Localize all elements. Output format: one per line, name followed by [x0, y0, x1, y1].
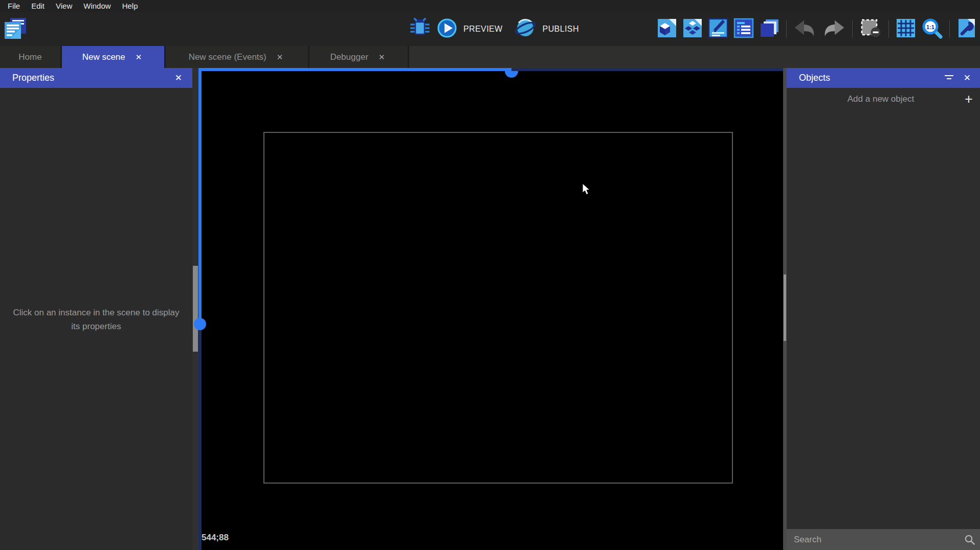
cursor-coordinates: 544;88 — [202, 533, 229, 543]
undo-button[interactable] — [793, 18, 817, 40]
open-instances-list-button[interactable] — [733, 18, 754, 40]
open-layers-button[interactable] — [759, 18, 779, 40]
filter-icon[interactable] — [944, 75, 953, 81]
redo-button[interactable] — [822, 18, 845, 40]
tab-bar-empty-space — [409, 46, 980, 68]
toolbar-right-group: 1:1 — [657, 12, 977, 46]
debug-bug-icon — [409, 17, 431, 41]
menu-file[interactable]: File — [2, 0, 26, 12]
project-manager-icon — [4, 17, 28, 42]
debug-button[interactable] — [409, 17, 431, 41]
tab-home[interactable]: Home — [0, 46, 62, 68]
publish-button[interactable] — [514, 17, 537, 41]
toolbar-separator — [852, 20, 853, 38]
deselect-all-button[interactable] — [859, 18, 882, 40]
objects-panel-title: Objects — [799, 73, 830, 83]
toolbar-separator — [949, 20, 950, 38]
menu-edit[interactable]: Edit — [26, 0, 50, 12]
tab-new-scene-close-icon[interactable]: ✕ — [133, 52, 144, 62]
open-properties-button[interactable] — [708, 18, 728, 40]
properties-scrollbar-thumb[interactable] — [193, 266, 198, 352]
tab-bar: Home New scene ✕ New scene (Events) ✕ De… — [0, 46, 980, 68]
objects-panel — [787, 68, 980, 550]
svg-text:1:1: 1:1 — [926, 24, 934, 30]
selection-handle-left[interactable] — [194, 318, 206, 330]
publish-globe-icon — [514, 17, 537, 41]
grid-icon — [896, 18, 916, 40]
toolbar: PREVIEW PUBLISH — [0, 12, 980, 46]
tab-new-scene-events-label: New scene (Events) — [189, 52, 266, 62]
selection-top-edge-shadow — [511, 68, 783, 71]
tab-new-scene-label: New scene — [82, 52, 125, 62]
publish-label[interactable]: PUBLISH — [543, 25, 579, 34]
tab-new-scene[interactable]: New scene ✕ — [62, 46, 166, 68]
toggle-grid-button[interactable] — [896, 18, 916, 40]
preview-label[interactable]: PREVIEW — [463, 25, 503, 34]
deselect-icon — [859, 18, 882, 40]
preview-button[interactable] — [437, 18, 457, 40]
objects-search-input[interactable] — [787, 534, 960, 545]
objects-search-bar — [787, 529, 980, 550]
canvas-scrollbar-thumb[interactable] — [784, 274, 786, 341]
properties-empty-message: Click on an instance in the scene to dis… — [9, 306, 183, 333]
properties-panel-title: Properties — [12, 73, 54, 83]
properties-close-icon[interactable]: ✕ — [171, 71, 186, 85]
tab-debugger[interactable]: Debugger ✕ — [309, 46, 409, 68]
objects-panel-header: Objects ✕ — [787, 68, 980, 88]
mouse-cursor-icon — [582, 183, 591, 198]
add-object-row[interactable]: Add a new object + — [787, 88, 980, 110]
menu-window[interactable]: Window — [78, 0, 116, 12]
menu-help[interactable]: Help — [117, 0, 144, 12]
redo-arrow-icon — [822, 18, 845, 40]
toolbar-center-group: PREVIEW PUBLISH — [409, 12, 584, 46]
zoom-original-button[interactable]: 1:1 — [921, 17, 943, 41]
gdevelop-window: File Edit View Window Help — [0, 0, 980, 550]
objects-close-icon[interactable]: ✕ — [960, 71, 975, 85]
menu-bar: File Edit View Window Help — [0, 0, 980, 12]
search-icon — [960, 534, 980, 545]
selection-left-edge — [198, 68, 202, 324]
tab-new-scene-events[interactable]: New scene (Events) ✕ — [166, 46, 309, 68]
toolbar-separator — [786, 20, 787, 38]
menu-view[interactable]: View — [50, 0, 78, 12]
scene-settings-button[interactable] — [956, 18, 977, 40]
undo-arrow-icon — [793, 18, 817, 40]
instances-list-icon — [733, 18, 754, 40]
layers-icon — [759, 18, 779, 40]
tab-home-label: Home — [18, 52, 41, 62]
open-objects-editor-button[interactable] — [657, 18, 677, 40]
add-object-label: Add a new object — [787, 94, 957, 104]
game-window-bounds — [263, 132, 733, 484]
tab-debugger-label: Debugger — [330, 52, 368, 62]
object-cube-icon — [657, 18, 677, 40]
edit-pencil-icon — [708, 18, 728, 40]
toolbar-separator — [888, 20, 889, 38]
selection-left-edge-shadow — [198, 324, 202, 550]
tab-debugger-close-icon[interactable]: ✕ — [376, 52, 387, 62]
preview-play-icon — [437, 18, 457, 40]
properties-panel-header: Properties ✕ — [0, 68, 192, 88]
tab-new-scene-events-close-icon[interactable]: ✕ — [275, 52, 285, 62]
project-manager-button[interactable] — [4, 18, 28, 41]
wrench-icon — [956, 18, 977, 40]
object-groups-icon — [682, 18, 703, 40]
open-object-groups-button[interactable] — [682, 18, 703, 40]
zoom-1-1-icon: 1:1 — [921, 17, 943, 41]
selection-top-edge — [198, 68, 511, 71]
plus-icon[interactable]: + — [957, 88, 980, 110]
